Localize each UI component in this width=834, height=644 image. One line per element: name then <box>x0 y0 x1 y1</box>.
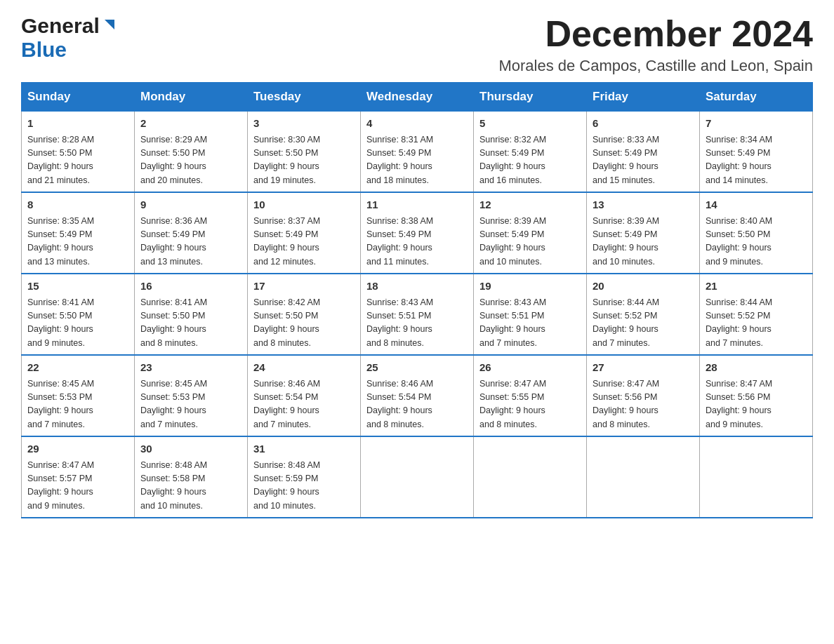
day-number: 26 <box>479 360 581 376</box>
day-number: 9 <box>140 197 241 213</box>
logo-general-text: General <box>21 14 100 38</box>
calendar-day-25: 25Sunrise: 8:46 AMSunset: 5:54 PMDayligh… <box>361 355 474 436</box>
day-number: 18 <box>366 279 468 295</box>
calendar-day-20: 20Sunrise: 8:44 AMSunset: 5:52 PMDayligh… <box>587 274 700 355</box>
calendar-header-thursday: Thursday <box>474 83 587 112</box>
day-info: Sunrise: 8:34 AMSunset: 5:49 PMDaylight:… <box>706 133 807 188</box>
calendar-day-8: 8Sunrise: 8:35 AMSunset: 5:49 PMDaylight… <box>22 192 135 274</box>
day-info: Sunrise: 8:44 AMSunset: 5:52 PMDaylight:… <box>593 296 694 351</box>
day-info: Sunrise: 8:42 AMSunset: 5:50 PMDaylight:… <box>253 296 355 351</box>
logo-blue-text: Blue <box>21 38 67 61</box>
day-info: Sunrise: 8:35 AMSunset: 5:49 PMDaylight:… <box>27 215 128 269</box>
calendar-day-23: 23Sunrise: 8:45 AMSunset: 5:53 PMDayligh… <box>135 355 248 436</box>
day-number: 2 <box>140 116 241 132</box>
calendar-day-2: 2Sunrise: 8:29 AMSunset: 5:50 PMDaylight… <box>135 112 248 193</box>
calendar-header-sunday: Sunday <box>22 83 135 112</box>
day-number: 4 <box>366 116 468 132</box>
day-info: Sunrise: 8:36 AMSunset: 5:49 PMDaylight:… <box>140 215 241 269</box>
day-number: 16 <box>140 279 241 295</box>
day-number: 8 <box>27 197 128 213</box>
day-number: 28 <box>706 360 807 376</box>
day-number: 21 <box>706 279 807 295</box>
calendar-day-22: 22Sunrise: 8:45 AMSunset: 5:53 PMDayligh… <box>22 355 135 436</box>
calendar-header-saturday: Saturday <box>700 83 813 112</box>
location-title: Morales de Campos, Castille and Leon, Sp… <box>498 57 813 75</box>
calendar-header-row: SundayMondayTuesdayWednesdayThursdayFrid… <box>22 83 813 112</box>
calendar-day-14: 14Sunrise: 8:40 AMSunset: 5:50 PMDayligh… <box>700 192 813 274</box>
day-info: Sunrise: 8:44 AMSunset: 5:52 PMDaylight:… <box>706 296 807 351</box>
day-number: 25 <box>366 360 468 376</box>
calendar-day-5: 5Sunrise: 8:32 AMSunset: 5:49 PMDaylight… <box>474 112 587 193</box>
svg-marker-0 <box>105 20 114 29</box>
day-info: Sunrise: 8:47 AMSunset: 5:56 PMDaylight:… <box>593 377 694 432</box>
day-info: Sunrise: 8:38 AMSunset: 5:49 PMDaylight:… <box>366 215 468 269</box>
calendar-week-row: 29Sunrise: 8:47 AMSunset: 5:57 PMDayligh… <box>22 436 813 518</box>
day-number: 11 <box>366 197 468 213</box>
calendar-day-4: 4Sunrise: 8:31 AMSunset: 5:49 PMDaylight… <box>361 112 474 193</box>
day-number: 1 <box>27 116 128 132</box>
day-info: Sunrise: 8:31 AMSunset: 5:49 PMDaylight:… <box>366 133 468 188</box>
day-info: Sunrise: 8:48 AMSunset: 5:58 PMDaylight:… <box>140 459 241 514</box>
day-info: Sunrise: 8:43 AMSunset: 5:51 PMDaylight:… <box>479 296 581 351</box>
calendar-day-16: 16Sunrise: 8:41 AMSunset: 5:50 PMDayligh… <box>135 274 248 355</box>
calendar-empty-cell <box>474 436 587 518</box>
calendar-day-30: 30Sunrise: 8:48 AMSunset: 5:58 PMDayligh… <box>135 436 248 518</box>
logo-arrow-icon <box>102 17 117 35</box>
title-block: December 2024 Morales de Campos, Castill… <box>498 14 813 75</box>
day-info: Sunrise: 8:28 AMSunset: 5:50 PMDaylight:… <box>27 133 128 188</box>
day-number: 29 <box>27 441 128 457</box>
calendar-day-19: 19Sunrise: 8:43 AMSunset: 5:51 PMDayligh… <box>474 274 587 355</box>
calendar-day-11: 11Sunrise: 8:38 AMSunset: 5:49 PMDayligh… <box>361 192 474 274</box>
calendar-day-10: 10Sunrise: 8:37 AMSunset: 5:49 PMDayligh… <box>248 192 361 274</box>
day-number: 22 <box>27 360 128 376</box>
calendar-day-27: 27Sunrise: 8:47 AMSunset: 5:56 PMDayligh… <box>587 355 700 436</box>
day-info: Sunrise: 8:32 AMSunset: 5:49 PMDaylight:… <box>479 133 581 188</box>
calendar-day-3: 3Sunrise: 8:30 AMSunset: 5:50 PMDaylight… <box>248 112 361 193</box>
calendar-table: SundayMondayTuesdayWednesdayThursdayFrid… <box>21 82 813 518</box>
calendar-day-7: 7Sunrise: 8:34 AMSunset: 5:49 PMDaylight… <box>700 112 813 193</box>
day-info: Sunrise: 8:37 AMSunset: 5:49 PMDaylight:… <box>253 215 355 269</box>
month-title: December 2024 <box>498 14 813 54</box>
calendar-header-friday: Friday <box>587 83 700 112</box>
logo: General Blue <box>21 14 117 62</box>
calendar-day-31: 31Sunrise: 8:48 AMSunset: 5:59 PMDayligh… <box>248 436 361 518</box>
day-number: 6 <box>593 116 694 132</box>
day-number: 31 <box>253 441 355 457</box>
calendar-week-row: 8Sunrise: 8:35 AMSunset: 5:49 PMDaylight… <box>22 192 813 274</box>
calendar-day-15: 15Sunrise: 8:41 AMSunset: 5:50 PMDayligh… <box>22 274 135 355</box>
day-number: 7 <box>706 116 807 132</box>
day-number: 17 <box>253 279 355 295</box>
day-info: Sunrise: 8:33 AMSunset: 5:49 PMDaylight:… <box>593 133 694 188</box>
day-info: Sunrise: 8:45 AMSunset: 5:53 PMDaylight:… <box>140 377 241 432</box>
calendar-day-6: 6Sunrise: 8:33 AMSunset: 5:49 PMDaylight… <box>587 112 700 193</box>
calendar-day-26: 26Sunrise: 8:47 AMSunset: 5:55 PMDayligh… <box>474 355 587 436</box>
day-info: Sunrise: 8:43 AMSunset: 5:51 PMDaylight:… <box>366 296 468 351</box>
day-number: 24 <box>253 360 355 376</box>
calendar-header-monday: Monday <box>135 83 248 112</box>
calendar-empty-cell <box>587 436 700 518</box>
calendar-day-21: 21Sunrise: 8:44 AMSunset: 5:52 PMDayligh… <box>700 274 813 355</box>
calendar-day-29: 29Sunrise: 8:47 AMSunset: 5:57 PMDayligh… <box>22 436 135 518</box>
day-info: Sunrise: 8:39 AMSunset: 5:49 PMDaylight:… <box>593 215 694 269</box>
day-number: 3 <box>253 116 355 132</box>
day-number: 14 <box>706 197 807 213</box>
calendar-week-row: 1Sunrise: 8:28 AMSunset: 5:50 PMDaylight… <box>22 112 813 193</box>
day-number: 15 <box>27 279 128 295</box>
calendar-day-12: 12Sunrise: 8:39 AMSunset: 5:49 PMDayligh… <box>474 192 587 274</box>
day-number: 13 <box>593 197 694 213</box>
day-info: Sunrise: 8:47 AMSunset: 5:55 PMDaylight:… <box>479 377 581 432</box>
calendar-day-28: 28Sunrise: 8:47 AMSunset: 5:56 PMDayligh… <box>700 355 813 436</box>
day-info: Sunrise: 8:39 AMSunset: 5:49 PMDaylight:… <box>479 215 581 269</box>
calendar-day-18: 18Sunrise: 8:43 AMSunset: 5:51 PMDayligh… <box>361 274 474 355</box>
day-info: Sunrise: 8:47 AMSunset: 5:56 PMDaylight:… <box>706 377 807 432</box>
calendar-day-13: 13Sunrise: 8:39 AMSunset: 5:49 PMDayligh… <box>587 192 700 274</box>
calendar-day-1: 1Sunrise: 8:28 AMSunset: 5:50 PMDaylight… <box>22 112 135 193</box>
day-info: Sunrise: 8:46 AMSunset: 5:54 PMDaylight:… <box>366 377 468 432</box>
day-info: Sunrise: 8:29 AMSunset: 5:50 PMDaylight:… <box>140 133 241 188</box>
day-info: Sunrise: 8:47 AMSunset: 5:57 PMDaylight:… <box>27 459 128 514</box>
day-info: Sunrise: 8:40 AMSunset: 5:50 PMDaylight:… <box>706 215 807 269</box>
calendar-day-24: 24Sunrise: 8:46 AMSunset: 5:54 PMDayligh… <box>248 355 361 436</box>
calendar-empty-cell <box>361 436 474 518</box>
day-number: 23 <box>140 360 241 376</box>
day-info: Sunrise: 8:41 AMSunset: 5:50 PMDaylight:… <box>27 296 128 351</box>
